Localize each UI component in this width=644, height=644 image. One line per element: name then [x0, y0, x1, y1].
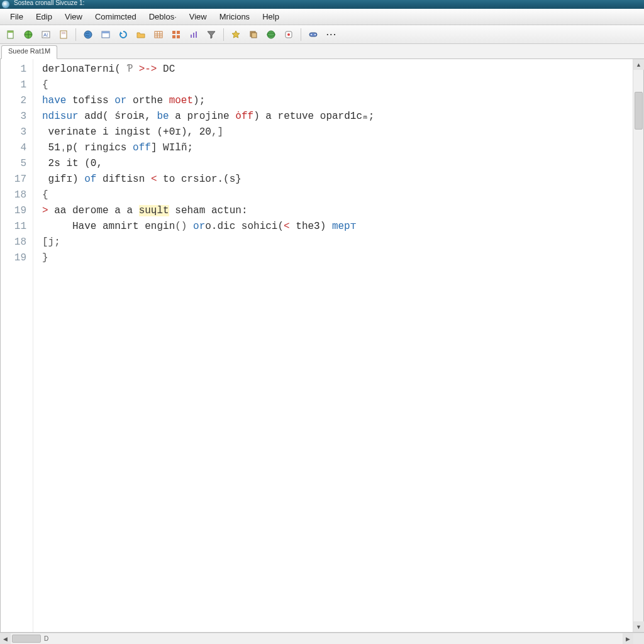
editor: 1123345171819111819 derlonaTerni( Ƥ >-> …: [0, 59, 644, 633]
line-number: 1: [1, 77, 33, 93]
scroll-left-icon[interactable]: ◀: [0, 633, 11, 644]
toolbar-separator: [301, 28, 301, 41]
line-number: 4: [1, 140, 33, 156]
code-line[interactable]: 2s it (0,: [42, 156, 633, 172]
window-titlebar: Sostea cronall Sivcuze 1:: [0, 0, 644, 9]
code-line[interactable]: Have amnirt engin() oro.dic sohici(< the…: [42, 219, 633, 235]
code-line[interactable]: ndisur add( śroiʀ, be a projine ȯff) a r…: [42, 109, 633, 125]
hscroll-mark: D: [44, 635, 48, 642]
svg-point-26: [311, 34, 312, 35]
earth-icon[interactable]: [264, 28, 278, 42]
vertical-scrollbar[interactable]: ▲ ▼: [633, 59, 643, 632]
code-line[interactable]: derlonaTerni( Ƥ >-> DC: [42, 62, 633, 77]
svg-rect-12: [172, 31, 175, 34]
svg-point-21: [267, 31, 275, 38]
new-file-icon[interactable]: [4, 28, 18, 42]
menubar: File Edip View Comimcted Deblos· View Mr…: [0, 9, 644, 25]
svg-rect-1: [8, 31, 13, 33]
line-number: 3: [1, 109, 33, 125]
svg-rect-25: [309, 33, 317, 36]
scroll-thumb[interactable]: [635, 92, 643, 130]
svg-rect-6: [62, 32, 65, 33]
line-number: 3: [1, 125, 33, 140]
svg-rect-7: [62, 33, 65, 34]
line-gutter: 1123345171819111819: [1, 59, 33, 632]
badge-icon[interactable]: [282, 28, 296, 42]
window-icon[interactable]: [99, 28, 113, 42]
app-icon: [2, 1, 9, 8]
line-number: 19: [1, 250, 33, 266]
line-number: 1: [1, 62, 33, 77]
code-line[interactable]: have tofiss or orthe moet);: [42, 93, 633, 109]
filter-icon[interactable]: [204, 28, 218, 42]
horizontal-scrollbar[interactable]: ◀ D ▶: [0, 633, 644, 644]
svg-rect-15: [177, 35, 180, 38]
svg-rect-17: [193, 33, 194, 38]
tab-active[interactable]: Suede Rat1M: [1, 45, 57, 59]
svg-point-24: [287, 33, 290, 36]
svg-rect-14: [172, 35, 175, 38]
menu-mricions[interactable]: Mricions: [213, 9, 256, 24]
chart-icon[interactable]: [187, 28, 201, 42]
menu-view-2[interactable]: View: [183, 9, 213, 24]
menu-edit[interactable]: Edip: [30, 9, 58, 24]
toolbar-overflow[interactable]: ···: [324, 30, 340, 39]
svg-rect-16: [191, 35, 192, 38]
line-number: 2: [1, 93, 33, 109]
scroll-right-icon[interactable]: ▶: [623, 633, 633, 644]
toolbar-separator: [223, 28, 224, 41]
line-number: 19: [1, 203, 33, 219]
line-number: 11: [1, 219, 33, 235]
grid-icon[interactable]: [169, 28, 183, 42]
menu-committed[interactable]: Comimcted: [89, 9, 143, 24]
code-area[interactable]: derlonaTerni( Ƥ >-> DC{have tofiss or or…: [33, 59, 633, 632]
svg-rect-13: [177, 31, 180, 34]
controller-icon[interactable]: [306, 28, 320, 42]
code-line[interactable]: > aa derome a a suɥlt seham actun:: [42, 203, 633, 219]
svg-text:A⁞: A⁞: [43, 32, 48, 38]
window-title: Sostea cronall Sivcuze 1:: [14, 0, 84, 6]
tabstrip: Suede Rat1M: [0, 44, 644, 59]
code-line[interactable]: 51ˌp( ringics off] WIlñ;: [42, 140, 633, 156]
svg-point-27: [314, 34, 316, 35]
menu-view[interactable]: View: [58, 9, 89, 24]
line-number: 5: [1, 156, 33, 172]
svg-point-8: [84, 31, 92, 38]
svg-rect-20: [252, 33, 257, 38]
svg-rect-10: [102, 31, 109, 33]
stack-icon[interactable]: [247, 28, 260, 42]
svg-rect-5: [60, 31, 67, 38]
svg-rect-11: [155, 31, 162, 38]
code-line[interactable]: verinate i ingist (+0ɪ), 20,]: [42, 125, 633, 140]
code-line[interactable]: {: [42, 77, 633, 93]
code-line[interactable]: }: [42, 250, 633, 266]
line-number: 18: [1, 187, 33, 203]
table-icon[interactable]: [152, 28, 165, 42]
scroll-corner: [633, 633, 644, 644]
menu-help[interactable]: Help: [256, 9, 286, 24]
toolbar-separator: [75, 28, 76, 41]
world-icon[interactable]: [81, 28, 95, 42]
star-icon[interactable]: [229, 28, 243, 42]
text-frame-icon[interactable]: A⁞: [39, 28, 53, 42]
code-line[interactable]: gifɪ) of diftisn < to crsior.(s}: [42, 172, 633, 187]
line-number: 17: [1, 172, 33, 187]
hscroll-thumb[interactable]: [12, 635, 41, 643]
folder-icon[interactable]: [134, 28, 148, 42]
scroll-down-icon[interactable]: ▼: [633, 621, 644, 632]
toolbar: A⁞ ···: [0, 25, 644, 44]
menu-deblos[interactable]: Deblos·: [143, 9, 183, 24]
svg-rect-18: [196, 31, 197, 38]
refresh-icon[interactable]: [116, 28, 130, 42]
scroll-up-icon[interactable]: ▲: [633, 59, 644, 70]
globe-icon[interactable]: [21, 28, 35, 42]
code-line[interactable]: [j;: [42, 235, 633, 250]
menu-file[interactable]: File: [4, 9, 30, 24]
code-line[interactable]: {: [42, 187, 633, 203]
line-number: 18: [1, 235, 33, 250]
doc-icon[interactable]: [57, 28, 70, 42]
